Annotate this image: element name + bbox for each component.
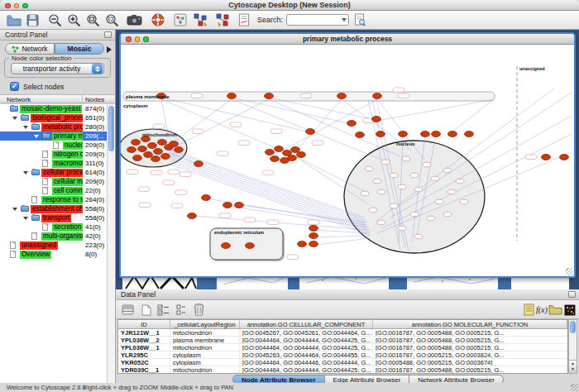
expand-arrow-icon[interactable]: [23, 217, 28, 220]
tree-item-label[interactable]: response to stimulu: [41, 196, 83, 204]
delete-attribute-button[interactable]: [192, 303, 206, 317]
table-column-header[interactable]: annotation.GO MOLECULAR_FUNCTION: [373, 320, 567, 328]
table-scrollbar[interactable]: ▲▼: [568, 319, 577, 374]
network-node[interactable]: [144, 152, 153, 158]
expand-arrow-icon[interactable]: [34, 135, 39, 138]
tree-row[interactable]: macromolecule311(0): [0, 159, 107, 168]
network-node[interactable]: [423, 162, 431, 167]
network-node[interactable]: [369, 208, 377, 213]
table-column-header[interactable]: annotation.GO CELLULAR_COMPONENT: [240, 320, 373, 328]
expand-arrow-icon[interactable]: [12, 208, 17, 211]
network-node[interactable]: [447, 189, 456, 194]
table-row[interactable]: YKR052Ccytoplasm[GO:0044464, GO:0044446,…: [118, 359, 567, 366]
network-node[interactable]: [542, 155, 551, 160]
tree-row[interactable]: secretion41(0): [0, 222, 107, 232]
network-node[interactable]: [175, 147, 184, 153]
network-node[interactable]: [443, 168, 452, 173]
network-node[interactable]: [460, 199, 468, 204]
network-node[interactable]: [402, 156, 410, 161]
network-node[interactable]: [356, 132, 365, 138]
search-input[interactable]: [290, 16, 339, 25]
tree-row[interactable]: unassigned223(0): [0, 241, 107, 250]
network-node[interactable]: [309, 226, 318, 232]
tree-row[interactable]: mosaic-demo-yeast874(0): [0, 104, 107, 113]
window-resize-grip[interactable]: [566, 268, 573, 275]
network-node[interactable]: [414, 187, 423, 192]
network-node[interactable]: [373, 179, 381, 184]
zoom-fit-button[interactable]: [86, 12, 100, 28]
new-attribute-button[interactable]: [139, 303, 153, 317]
tree-item-label[interactable]: nucleobase-: [63, 141, 83, 150]
network-node[interactable]: [421, 131, 430, 137]
attribute-table-button[interactable]: [121, 303, 135, 317]
network-node[interactable]: [398, 226, 406, 231]
network-node[interactable]: [291, 147, 300, 153]
zoom-in-button[interactable]: [67, 12, 81, 28]
table-column-header[interactable]: _cellularLayoutRegion: [170, 320, 240, 328]
network-node[interactable]: [443, 212, 452, 217]
search-dropdown-arrow-icon[interactable]: [342, 18, 347, 22]
tree-item-label[interactable]: multi-organism pro: [41, 232, 83, 241]
network-node[interactable]: [288, 155, 297, 161]
table-row[interactable]: YDR039C__1mitochondrion[GO:0044464, GO:0…: [118, 366, 567, 374]
tree-item-label[interactable]: mosaic-demo-yeast: [20, 105, 82, 113]
tree-item-label[interactable]: cellular metabo: [52, 178, 83, 186]
network-node[interactable]: [465, 131, 474, 137]
network-view-titlebar[interactable]: primary metabolic process: [121, 34, 574, 45]
network-node[interactable]: [399, 131, 408, 137]
network-node[interactable]: [372, 117, 381, 122]
network-node[interactable]: [427, 216, 435, 221]
network-node[interactable]: [188, 213, 197, 219]
app-resize-grip[interactable]: [571, 384, 578, 391]
network-node[interactable]: [377, 189, 385, 194]
network-node[interactable]: [298, 241, 307, 247]
matrix-button[interactable]: [562, 303, 577, 317]
unselect-attributes-button[interactable]: [174, 303, 188, 317]
network-node[interactable]: [560, 155, 569, 160]
network-node[interactable]: [127, 147, 136, 153]
network-node[interactable]: [390, 203, 398, 208]
network-node[interactable]: [297, 152, 306, 158]
network-canvas[interactable]: plasma membranecytoplasmmitochondrionnuc…: [121, 45, 574, 276]
network-node[interactable]: [376, 131, 385, 137]
tree-row[interactable]: establishment of lo558(0): [0, 204, 107, 213]
network-node[interactable]: [435, 199, 443, 204]
scrollbar-arrows-icon[interactable]: ▲▼: [569, 360, 577, 373]
tree-item-label[interactable]: biological_process: [31, 114, 83, 122]
hide-selected-button[interactable]: [215, 12, 231, 28]
network-node[interactable]: [223, 203, 232, 208]
tree-row[interactable]: cell communicat22(0): [0, 186, 107, 195]
network-node[interactable]: [306, 129, 315, 135]
network-node[interactable]: [151, 156, 160, 162]
annotation-button[interactable]: [238, 12, 250, 28]
tab-overflow-arrow-icon[interactable]: [107, 46, 112, 53]
expand-arrow-icon[interactable]: [12, 117, 17, 120]
tree-item-label[interactable]: transport: [41, 214, 71, 222]
open-button[interactable]: [7, 12, 22, 28]
tree-row[interactable]: multi-organism pro42(0): [0, 232, 107, 241]
tree-scrollbar-thumb[interactable]: [108, 106, 114, 151]
tree-row[interactable]: biological_process651(0): [0, 113, 107, 122]
network-node[interactable]: [365, 166, 373, 171]
tree-row[interactable]: transport558(0): [0, 213, 107, 222]
select-neighbors-button[interactable]: [193, 12, 208, 28]
snapshot-button[interactable]: [127, 12, 142, 28]
network-node[interactable]: [148, 143, 157, 149]
network-node[interactable]: [373, 93, 382, 99]
select-nodes-checkbox[interactable]: ✓: [10, 82, 19, 91]
tree-row[interactable]: metabolic process280(0): [0, 122, 107, 131]
tree-column-network[interactable]: Network: [7, 96, 31, 103]
network-node[interactable]: [398, 184, 406, 189]
table-row[interactable]: YPL036W__1mitochondrion[GO:0044464, GO:0…: [118, 344, 567, 351]
tree-row[interactable]: cellular process614(0): [0, 168, 107, 177]
tree-item-label[interactable]: secretion: [52, 223, 83, 232]
network-node[interactable]: [266, 150, 275, 155]
float-panel-icon[interactable]: [104, 31, 112, 38]
data-panel-float-icon[interactable]: [568, 291, 576, 298]
tree-row[interactable]: Overview8(0): [0, 250, 107, 259]
tree-column-nodes[interactable]: Nodes: [85, 96, 104, 103]
network-node[interactable]: [456, 179, 464, 184]
select-attributes-button[interactable]: [156, 303, 170, 317]
import-attributes-button[interactable]: [548, 303, 562, 317]
tree-row[interactable]: response to stimulu264(0): [0, 195, 107, 204]
